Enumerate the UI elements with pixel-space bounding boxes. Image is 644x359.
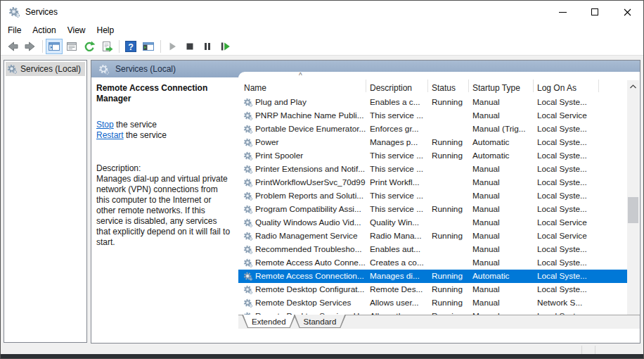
- table-row[interactable]: Remote Access Connection... Manages di..…: [238, 270, 627, 283]
- title-bar: Services: [1, 1, 643, 23]
- service-list-panel: Name Description Status Startup Type Log…: [238, 72, 640, 329]
- table-row[interactable]: Portable Device Enumerator... Enforces g…: [238, 122, 627, 136]
- service-startup-type: Manual: [468, 229, 533, 243]
- properties-button[interactable]: [63, 39, 80, 54]
- column-resize-handle[interactable]: [533, 80, 534, 92]
- stop-service-link[interactable]: Stop: [96, 120, 114, 130]
- service-log-on-as: Local Syste...: [533, 122, 598, 136]
- taskbar-edge: [1, 354, 643, 358]
- console-tree-panel: Services (Local): [4, 60, 87, 343]
- minimize-button[interactable]: [546, 1, 579, 23]
- service-gear-icon: [243, 272, 252, 281]
- table-row[interactable]: Power Manages p... Running Automatic Loc…: [238, 136, 627, 149]
- service-description-cell: This service ...: [366, 149, 427, 163]
- service-status: Running: [427, 229, 468, 243]
- services-banner-icon: [98, 64, 109, 75]
- service-log-on-as: Local Syste...: [533, 163, 598, 176]
- service-status: Running: [427, 283, 468, 296]
- service-startup-type: Manual: [468, 256, 533, 270]
- table-row[interactable]: Problem Reports and Soluti... This servi…: [238, 189, 627, 203]
- chevron-up-icon: [630, 84, 636, 89]
- column-header-log-on-as[interactable]: Log On As: [533, 83, 598, 93]
- service-startup-type: Manual: [468, 109, 533, 122]
- table-row[interactable]: Plug and Play Enables a c... Running Man…: [238, 96, 627, 109]
- menu-action[interactable]: Action: [27, 23, 61, 38]
- menu-view[interactable]: View: [62, 23, 91, 38]
- service-status: [427, 256, 468, 270]
- toolbar-separator: [160, 40, 161, 53]
- service-startup-type: Automatic: [468, 270, 533, 283]
- menu-file[interactable]: File: [2, 23, 27, 38]
- restart-service-link[interactable]: Restart: [96, 130, 124, 140]
- tree-item-services-local[interactable]: Services (Local): [6, 62, 85, 76]
- column-header-name[interactable]: Name: [238, 83, 366, 93]
- table-row[interactable]: PrintWorkflowUserSvc_70d99 Print Workfl.…: [238, 176, 627, 189]
- column-header-startup-type[interactable]: Startup Type: [468, 83, 533, 93]
- service-log-on-as: Local Syste...: [533, 283, 598, 296]
- column-resize-handle[interactable]: [598, 80, 599, 92]
- column-resize-handle[interactable]: [468, 80, 469, 92]
- column-header-status[interactable]: Status: [427, 83, 468, 93]
- close-icon: [624, 8, 631, 16]
- service-log-on-as: Local Syste...: [533, 189, 598, 203]
- service-gear-icon: [243, 191, 252, 201]
- table-row[interactable]: Print Spooler This service ... Running A…: [238, 149, 627, 163]
- table-row[interactable]: Remote Desktop Services Allows user... R…: [238, 296, 627, 310]
- tab-standard[interactable]: Standard: [294, 315, 347, 328]
- services-node-icon: [7, 64, 17, 74]
- table-row[interactable]: Remote Desktop Configurat... Remote Des.…: [238, 283, 627, 296]
- table-row[interactable]: Remote Access Auto Conne... Creates a co…: [238, 256, 627, 270]
- back-button[interactable]: [4, 39, 21, 54]
- show-console-tree-button[interactable]: [46, 39, 63, 54]
- restart-service-button[interactable]: [217, 39, 233, 54]
- vertical-scrollbar[interactable]: [627, 80, 639, 328]
- pause-service-button[interactable]: [199, 39, 216, 54]
- service-name: Portable Device Enumerator...: [255, 122, 366, 136]
- service-gear-icon: [243, 298, 252, 308]
- service-description-cell: Enforces gr...: [366, 122, 427, 136]
- service-log-on-as: Network S...: [533, 296, 598, 310]
- menu-help[interactable]: Help: [91, 23, 120, 38]
- service-description-cell: Remote Des...: [366, 283, 427, 296]
- stop-service-button[interactable]: [181, 39, 198, 54]
- refresh-icon: [82, 39, 96, 53]
- table-row[interactable]: Program Compatibility Assi... This servi…: [238, 203, 627, 216]
- export-list-button[interactable]: [98, 39, 115, 54]
- toolbar-separator: [119, 40, 120, 53]
- scroll-up-button[interactable]: [627, 80, 639, 92]
- description-label: Description:: [96, 163, 233, 174]
- service-gear-icon: [243, 138, 252, 147]
- column-resize-handle[interactable]: [427, 80, 428, 92]
- table-row[interactable]: Radio Management Service Radio Mana... R…: [238, 229, 627, 243]
- extended-info-panel: Remote Access Connection Manager Stop th…: [91, 77, 238, 329]
- column-resize-handle[interactable]: [366, 80, 366, 92]
- service-status: [427, 243, 468, 256]
- start-service-button[interactable]: [164, 39, 181, 54]
- service-log-on-as: Local Syste...: [533, 270, 598, 283]
- service-description-cell: Manages di...: [366, 270, 427, 283]
- refresh-button[interactable]: [81, 39, 98, 54]
- table-row[interactable]: Recommended Troublesho... Enables aut...…: [238, 243, 627, 256]
- stop-service-suffix: the service: [114, 120, 157, 130]
- view-tabs: Extended Standard: [238, 315, 640, 329]
- scrollbar-thumb[interactable]: [628, 197, 638, 223]
- tab-extended[interactable]: Extended: [242, 315, 296, 328]
- tab-standard-label: Standard: [304, 317, 337, 326]
- properties-icon: [65, 39, 79, 53]
- service-gear-icon: [243, 165, 252, 174]
- back-icon: [6, 39, 20, 53]
- service-gear-icon: [243, 111, 252, 120]
- table-row[interactable]: Printer Extensions and Notif... This ser…: [238, 163, 627, 176]
- service-name: PrintWorkflowUserSvc_70d99: [255, 176, 365, 189]
- extended-standard-view-button[interactable]: [140, 39, 157, 54]
- table-row[interactable]: PNRP Machine Name Publi... This service …: [238, 109, 627, 122]
- forward-button[interactable]: [22, 39, 39, 54]
- service-name: Program Compatibility Assi...: [255, 203, 361, 216]
- help-button[interactable]: ?: [122, 39, 139, 54]
- service-name: Quality Windows Audio Vid...: [255, 216, 361, 229]
- table-row[interactable]: Quality Windows Audio Vid... Quality Win…: [238, 216, 627, 229]
- close-button[interactable]: [611, 1, 643, 23]
- service-startup-type: Manual: [468, 96, 533, 109]
- column-header-description[interactable]: Description: [366, 83, 427, 93]
- maximize-button[interactable]: [579, 1, 611, 23]
